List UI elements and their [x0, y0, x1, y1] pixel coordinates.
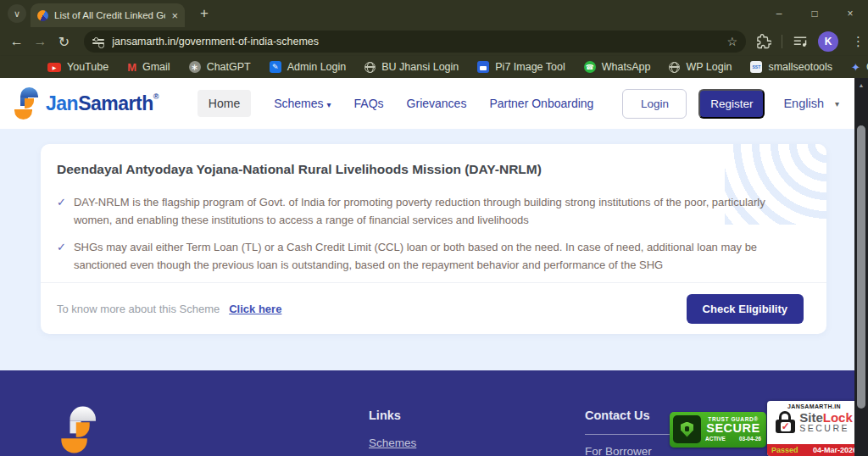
bookmark-whatsapp[interactable]: ☎WhatsApp [584, 61, 651, 73]
nav-grievances[interactable]: Grievances [407, 97, 467, 110]
logo-text-jan: Jan [46, 92, 78, 114]
sitelock-status-strip: Passed 04-Mar-2026 [767, 444, 861, 456]
toolbar-divider [782, 35, 782, 48]
page-body: Deendayal Antyodaya Yojana-National Rura… [0, 129, 868, 370]
whatsapp-icon: ☎ [584, 61, 596, 73]
know-more-text: To know more about this Scheme [57, 303, 220, 315]
bookmark-gemini[interactable]: ✦Google Gemini [851, 61, 868, 74]
back-button[interactable]: ← [5, 30, 29, 53]
trust-guard-badge[interactable]: TRUST GUARD® SECURE ACTIVE03-04-26 [670, 412, 766, 448]
language-selector[interactable]: English ▾ [783, 97, 839, 110]
image-tool-icon [477, 61, 489, 73]
admin-login-icon: ✎ [270, 61, 281, 73]
main-navigation: Home Schemes▾ FAQs Grievances Partner On… [198, 90, 594, 117]
bookmark-pi7[interactable]: Pi7 Image Tool [477, 61, 565, 73]
gemini-sparkle-icon: ✦ [851, 61, 860, 74]
footer-for-borrower-link[interactable]: For Borrower [585, 445, 652, 456]
new-tab-button[interactable]: + [193, 3, 215, 25]
check-icon: ✓ [57, 193, 66, 229]
nav-partner-onboarding[interactable]: Partner Onboarding [489, 97, 593, 110]
trust-guard-secure: SECURE [705, 422, 761, 435]
trust-guard-status: ACTIVE [705, 436, 726, 442]
login-button[interactable]: Login [622, 89, 687, 119]
scheme-point: ✓ SHGs may avail either Term Loan (TL) o… [57, 238, 796, 274]
tab-search-button[interactable]: ∨ [8, 4, 26, 23]
bookmark-gmail[interactable]: MGmail [127, 61, 170, 74]
registered-mark: ® [153, 92, 159, 101]
page-scrollbar[interactable]: ▲ [854, 78, 868, 456]
footer-links-heading: Links [369, 409, 401, 422]
nav-faqs[interactable]: FAQs [354, 97, 384, 110]
media-panel-icon[interactable] [793, 35, 808, 48]
chevron-down-icon: ∨ [14, 8, 20, 19]
site-footer: Links Schemes Contact Us For Borrower TR… [0, 370, 868, 456]
chevron-down-icon: ▾ [327, 100, 331, 109]
scroll-up-icon[interactable]: ▲ [854, 78, 868, 88]
nav-home[interactable]: Home [198, 90, 251, 117]
check-icon: ✓ [57, 238, 66, 274]
bookmark-youtube[interactable]: ▶YouTube [47, 61, 108, 73]
language-label: English [783, 97, 824, 110]
tab-title: List of All Credit Linked Govern [54, 10, 165, 20]
gmail-icon: M [127, 61, 136, 74]
scheme-point-text: SHGs may avail either Term Loan (TL) or … [74, 238, 796, 274]
youtube-icon: ▶ [47, 63, 61, 72]
window-controls: – □ × [761, 0, 868, 27]
address-bar[interactable]: jansamarth.in/government-of-india-scheme… [84, 31, 746, 53]
site-favicon-icon [37, 10, 48, 21]
sitelock-secure-text: SECURE [799, 424, 853, 433]
trust-guard-date: 03-04-26 [739, 436, 761, 442]
sitelock-domain: JANSAMARTH.IN [767, 403, 861, 409]
sitelock-passed: Passed [771, 446, 798, 454]
bookmark-admin-login[interactable]: ✎Admin Login [270, 61, 347, 73]
register-button[interactable]: Register [698, 89, 765, 119]
scheme-card-footer: To know more about this Scheme Click her… [41, 282, 826, 334]
check-eligibility-button[interactable]: Check Eligibility [687, 294, 804, 324]
browser-titlebar: ∨ List of All Credit Linked Govern × + –… [0, 0, 868, 27]
extensions-icon[interactable] [756, 34, 771, 49]
chatgpt-icon: ∗ [189, 61, 201, 73]
logo-text-samarth: Samarth [78, 92, 153, 114]
browser-toolbar: ← → ↻ jansamarth.in/government-of-india-… [0, 27, 868, 56]
sst-icon: SST [750, 61, 762, 73]
profile-avatar[interactable]: K [818, 31, 838, 52]
trust-guard-shield-icon [673, 415, 701, 443]
bookmark-chatgpt[interactable]: ∗ChatGPT [189, 61, 251, 73]
scheme-title: Deendayal Antyodaya Yojana-National Rura… [57, 162, 542, 177]
globe-icon [669, 62, 680, 73]
browser-tab[interactable]: List of All Credit Linked Govern × [31, 3, 185, 27]
minimize-button[interactable]: – [761, 0, 797, 27]
sitelock-badge[interactable]: JANSAMARTH.IN ✓ SiteLock SECURE Passed 0… [767, 401, 861, 456]
footer-logo-icon [58, 405, 99, 454]
bookmark-bu-jhansi[interactable]: BU Jhansi Login [364, 61, 459, 73]
globe-icon [364, 62, 376, 73]
footer-contact-heading: Contact Us [585, 409, 650, 422]
jansamarth-logo[interactable]: JanSamarth® [12, 86, 159, 120]
restore-button[interactable]: □ [797, 0, 832, 27]
site-header: JanSamarth® Home Schemes▾ FAQs Grievance… [0, 78, 868, 129]
url-text[interactable]: jansamarth.in/government-of-india-scheme… [112, 36, 719, 47]
scrollbar-thumb[interactable] [857, 125, 865, 409]
scheme-card: Deendayal Antyodaya Yojana-National Rura… [41, 144, 826, 334]
reload-button[interactable]: ↻ [52, 30, 75, 53]
click-here-link[interactable]: Click here [229, 303, 281, 315]
tab-close-icon[interactable]: × [171, 9, 178, 22]
bookmark-wp-login[interactable]: WP Login [669, 61, 732, 73]
browser-menu-icon[interactable]: ⋮ [849, 34, 868, 49]
sitelock-padlock-icon: ✓ [776, 411, 795, 433]
bookmark-smallseotools[interactable]: SSTsmallseotools [750, 61, 832, 73]
close-window-button[interactable]: × [832, 0, 868, 27]
jansamarth-logo-icon [12, 86, 41, 120]
chevron-down-icon: ▾ [835, 99, 839, 108]
forward-button[interactable]: → [29, 30, 53, 53]
sitelock-date: 04-Mar-2026 [813, 446, 857, 454]
footer-schemes-link[interactable]: Schemes [369, 437, 416, 449]
bookmark-star-icon[interactable]: ☆ [726, 35, 737, 48]
bookmarks-bar: ▶YouTube MGmail ∗ChatGPT ✎Admin Login BU… [0, 56, 868, 78]
site-settings-icon[interactable] [92, 36, 104, 47]
scheme-point: ✓ DAY-NRLM is the flagship program of Go… [57, 193, 796, 229]
nav-schemes[interactable]: Schemes▾ [274, 97, 331, 110]
scheme-point-text: DAY-NRLM is the flagship program of Govt… [74, 193, 796, 229]
